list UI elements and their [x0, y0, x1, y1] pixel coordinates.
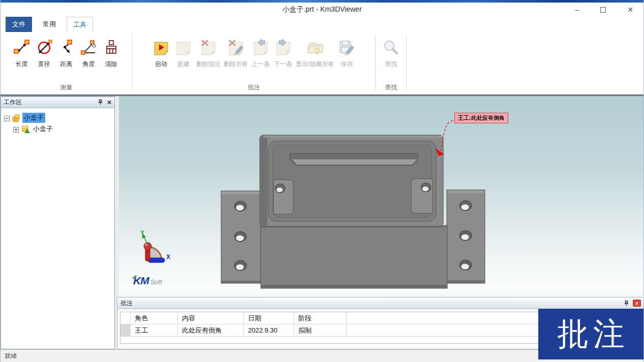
tree-node-root-label[interactable]: 小盒子: [22, 113, 45, 123]
axis-y-label: Y: [140, 229, 144, 237]
cell-1: 此处应有倒角: [178, 324, 244, 336]
cell-0: 王工: [131, 324, 178, 336]
pin-icon[interactable]: [98, 99, 103, 106]
part-icon: [21, 124, 30, 134]
length-button-label: 长度: [16, 60, 28, 69]
axis-x-label: X: [166, 253, 170, 260]
new-button-label: 新建: [177, 60, 190, 69]
tab-tools[interactable]: 工具: [67, 17, 93, 32]
annotation-panel-close-button[interactable]: x: [633, 300, 641, 307]
delete-all-button-label: 删除所有: [224, 60, 248, 69]
save-button[interactable]: 保存: [335, 38, 358, 70]
ribbon: 长度直径距离角度清除测量启动新建删除指定删除所有上一条下一条显示/隐藏所有保存批…: [1, 32, 643, 94]
save-button-label: 保存: [341, 60, 353, 69]
diameter-button[interactable]: 直径: [33, 38, 55, 70]
workspace-panel-header: 工作区 ✕: [1, 97, 114, 108]
status-ready-text: 就绪: [5, 352, 17, 360]
next-button-label: 下一条: [274, 60, 292, 69]
find-button-label: 查找: [385, 60, 397, 69]
tree-node-root[interactable]: 小盒子: [1, 112, 114, 123]
app-window: 小盒子.prt - Km3DViewer – ✕ 文件 常用 工具 ˆ 长度直径…: [0, 0, 644, 362]
angle-button[interactable]: 角度: [78, 38, 100, 70]
delete-selected-button[interactable]: 删除指定: [195, 38, 222, 70]
start-button[interactable]: 启动: [150, 38, 172, 70]
delete-all-button[interactable]: 删除所有: [222, 38, 250, 70]
tree-node-child-label[interactable]: 小盒子: [32, 124, 54, 134]
minus-expander-icon[interactable]: [4, 115, 10, 121]
start-note-icon: [152, 39, 170, 56]
column-header-1: 内容: [178, 312, 244, 324]
diameter-button-label: 直径: [38, 60, 50, 69]
previous-button[interactable]: 上一条: [250, 38, 272, 70]
column-header-0: 角色: [131, 312, 178, 324]
plus-expander-icon[interactable]: [13, 126, 19, 132]
next-button[interactable]: 下一条: [272, 38, 294, 70]
annotation-panel-title: 批注: [120, 299, 624, 308]
show-hide-all-button-label: 显示/隐藏所有: [296, 60, 334, 69]
tab-home[interactable]: 常用: [36, 17, 63, 32]
distance-button-label: 距离: [60, 60, 73, 69]
show-hide-all-button[interactable]: 显示/隐藏所有: [294, 38, 335, 70]
distance-button[interactable]: 距离: [55, 38, 78, 70]
column-header-2: 日期: [244, 312, 294, 324]
length-icon: [13, 39, 30, 56]
cell-2: 2022.9.30: [244, 324, 294, 336]
ribbon-tabs: 文件 常用 工具 ˆ: [1, 17, 643, 32]
clear-icon: [103, 39, 120, 56]
next-note-icon: [274, 39, 292, 56]
save-note-icon: [338, 39, 355, 56]
annotation-callout-badge: 批注: [538, 309, 644, 359]
window-controls: – ✕: [575, 3, 633, 17]
start-button-label: 启动: [155, 60, 167, 69]
assembly-icon: [12, 113, 21, 122]
workspace-tree: 小盒子小盒子: [1, 108, 114, 135]
workspace-panel: 工作区 ✕ 小盒子小盒子: [1, 96, 115, 349]
ribbon-group-find: 查找查找: [376, 32, 406, 94]
delete-note-icon: [200, 39, 217, 56]
diameter-icon: [36, 39, 53, 56]
ribbon-group-label-annotation: 批注: [133, 83, 375, 92]
find-button[interactable]: 查找: [380, 38, 402, 70]
angle-icon: [80, 39, 98, 56]
clear-button-label: 清除: [105, 60, 117, 69]
window-title: 小盒子.prt - Km3DViewer: [282, 5, 361, 14]
annotation-callout-text: 批注: [558, 313, 629, 355]
maximize-button[interactable]: [600, 7, 606, 13]
angle-button-label: 角度: [83, 60, 95, 69]
tree-node-child[interactable]: 小盒子: [1, 123, 114, 135]
ribbon-group-annotation: 启动新建删除指定删除所有上一条下一条显示/隐藏所有保存批注: [133, 32, 375, 94]
cell-3: 拟制: [294, 324, 347, 336]
minimize-button[interactable]: –: [575, 6, 579, 13]
tab-file[interactable]: 文件: [6, 17, 32, 32]
kmsoft-logo: KM Soft: [133, 275, 162, 287]
ribbon-group-label-measure: 测量: [1, 83, 132, 92]
show-hide-note-icon: [306, 39, 324, 56]
delete-all-note-icon: [227, 39, 244, 56]
distance-icon: [58, 39, 75, 56]
ribbon-group-separator: [406, 35, 407, 90]
pin-icon[interactable]: [624, 300, 629, 307]
orientation-triad: [142, 234, 165, 262]
ribbon-group-measure: 长度直径距离角度清除测量: [1, 32, 132, 94]
viewport-3d[interactable]: 王工:此处应有倒角 Y X KM Soft: [119, 96, 644, 297]
close-button[interactable]: ✕: [627, 6, 633, 13]
workspace-panel-title: 工作区: [4, 98, 98, 107]
workspace-close-icon[interactable]: ✕: [107, 100, 112, 106]
ribbon-group-label-find: 查找: [376, 83, 406, 92]
row-selector-cell: [120, 312, 131, 324]
previous-note-icon: [252, 39, 269, 56]
annotation-balloon[interactable]: 王工:此处应有倒角: [454, 113, 508, 123]
length-button[interactable]: 长度: [11, 38, 33, 70]
find-icon: [382, 39, 400, 56]
previous-button-label: 上一条: [252, 60, 270, 69]
model-3d: [119, 96, 644, 297]
new-note-icon: [175, 39, 192, 56]
delete-selected-button-label: 删除指定: [196, 60, 221, 69]
annotation-panel-header: 批注 x: [117, 298, 644, 309]
clear-button[interactable]: 清除: [100, 38, 122, 70]
row-selector-cell[interactable]: [120, 324, 131, 336]
column-header-3: 阶段: [294, 312, 347, 324]
titlebar: 小盒子.prt - Km3DViewer – ✕: [1, 3, 643, 17]
new-button[interactable]: 新建: [172, 38, 195, 70]
